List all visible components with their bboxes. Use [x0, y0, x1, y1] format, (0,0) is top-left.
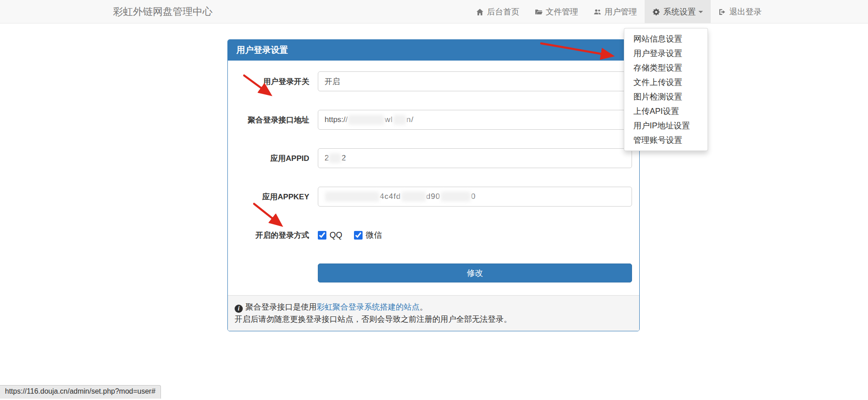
redaction-smudge: [326, 192, 379, 201]
api-url-input[interactable]: https:// wl n/: [318, 110, 632, 130]
form-row-appid: 应用APPID 2 2: [235, 148, 632, 168]
dropdown-item-site-info[interactable]: 网站信息设置: [624, 32, 708, 46]
form-row-login-methods: 开启的登录方式 QQ 微信: [235, 225, 632, 245]
appkey-fragment: d90: [426, 192, 440, 201]
system-settings-dropdown: 网站信息设置 用户登录设置 存储类型设置 文件上传设置 图片检测设置 上传API…: [624, 28, 708, 151]
nav-item-label: 退出登录: [729, 6, 762, 17]
form-row-login-switch: 用户登录开关: [235, 71, 632, 91]
wechat-checkbox[interactable]: [354, 231, 363, 240]
wechat-checkbox-label[interactable]: 微信: [366, 230, 382, 240]
appkey-fragment: 4c4fd: [380, 192, 401, 201]
nav-item-label: 用户管理: [604, 6, 637, 17]
folder-open-icon: [535, 8, 542, 16]
info-circle-icon: i: [235, 305, 243, 313]
login-switch-label: 用户登录开关: [235, 76, 318, 87]
panel-title: 用户登录设置: [228, 40, 639, 61]
qq-checkbox[interactable]: [318, 231, 326, 240]
nav-item-label: 系统设置: [663, 6, 696, 17]
redaction-smudge: [441, 192, 470, 201]
appid-suffix: 2: [341, 154, 345, 163]
top-navbar: 彩虹外链网盘管理中心 后台首页 文件管理 用户管理 系统设置: [0, 0, 868, 24]
appkey-input[interactable]: 4c4fd d90 0: [318, 187, 632, 207]
status-url-bubble: https://116.douja.cn/admin/set.php?mod=u…: [0, 385, 161, 399]
footer-line-1: i聚合登录接口是使用彩虹聚合登录系统搭建的站点。: [235, 301, 632, 313]
modify-submit-button[interactable]: 修改: [318, 264, 632, 282]
redaction-smudge: [349, 115, 384, 124]
footer-text-suffix: 。: [420, 302, 428, 311]
gear-icon: [652, 8, 660, 16]
form-row-submit: 修改: [235, 264, 632, 282]
appkey-label: 应用APPKEY: [235, 192, 318, 202]
nav-item-system-settings[interactable]: 系统设置: [645, 0, 711, 24]
api-url-fragment: n/: [406, 115, 414, 124]
redaction-smudge: [330, 154, 340, 163]
nav-item-logout[interactable]: 退出登录: [711, 0, 769, 24]
appid-prefix: 2: [325, 154, 329, 163]
nav-item-label: 后台首页: [487, 6, 519, 17]
panel-body: 用户登录开关 聚合登录接口地址 https:// wl n/ 应用APPID: [228, 61, 639, 295]
form-row-appkey: 应用APPKEY 4c4fd d90 0: [235, 187, 632, 207]
api-url-fragment: wl: [385, 115, 393, 124]
dropdown-item-user-login[interactable]: 用户登录设置: [624, 46, 708, 61]
dropdown-item-admin-account[interactable]: 管理账号设置: [624, 133, 708, 147]
brand-title[interactable]: 彩虹外链网盘管理中心: [113, 0, 212, 24]
users-icon: [594, 8, 601, 16]
login-switch-input[interactable]: [318, 71, 632, 91]
nav-item-label: 文件管理: [546, 6, 578, 17]
rainbow-login-system-link[interactable]: 彩虹聚合登录系统搭建的站点: [317, 302, 420, 311]
appkey-fragment: 0: [471, 192, 476, 201]
dropdown-item-user-ip[interactable]: 用户IP地址设置: [624, 118, 708, 133]
caret-down-icon: [698, 11, 703, 13]
nav-item-files[interactable]: 文件管理: [527, 0, 586, 24]
dropdown-item-upload-api[interactable]: 上传API设置: [624, 104, 708, 118]
dropdown-item-image-check[interactable]: 图片检测设置: [624, 89, 708, 104]
home-icon: [476, 8, 484, 16]
api-url-prefix: https://: [325, 115, 348, 124]
redaction-smudge: [402, 192, 425, 201]
user-login-settings-panel: 用户登录设置 用户登录开关 聚合登录接口地址 https:// wl n/ 应用…: [227, 39, 640, 331]
panel-footer-note: i聚合登录接口是使用彩虹聚合登录系统搭建的站点。 开启后请勿随意更换登录接口站点…: [228, 295, 639, 331]
dropdown-item-file-upload[interactable]: 文件上传设置: [624, 75, 708, 89]
appid-input[interactable]: 2 2: [318, 148, 632, 168]
footer-line-2: 开启后请勿随意更换登录接口站点，否则会导致之前注册的用户全部无法登录。: [235, 313, 632, 325]
login-methods-label: 开启的登录方式: [235, 230, 318, 240]
appid-label: 应用APPID: [235, 153, 318, 164]
redaction-smudge: [394, 115, 406, 124]
footer-text: 聚合登录接口是使用: [245, 302, 317, 311]
nav-item-dashboard[interactable]: 后台首页: [468, 0, 527, 24]
api-url-label: 聚合登录接口地址: [235, 115, 318, 125]
nav-menu: 后台首页 文件管理 用户管理 系统设置 退出登录: [468, 0, 769, 24]
sign-out-icon: [718, 8, 726, 16]
dropdown-item-storage-type[interactable]: 存储类型设置: [624, 61, 708, 75]
nav-item-users[interactable]: 用户管理: [586, 0, 645, 24]
form-row-api-url: 聚合登录接口地址 https:// wl n/: [235, 110, 632, 130]
qq-checkbox-label[interactable]: QQ: [330, 231, 342, 240]
